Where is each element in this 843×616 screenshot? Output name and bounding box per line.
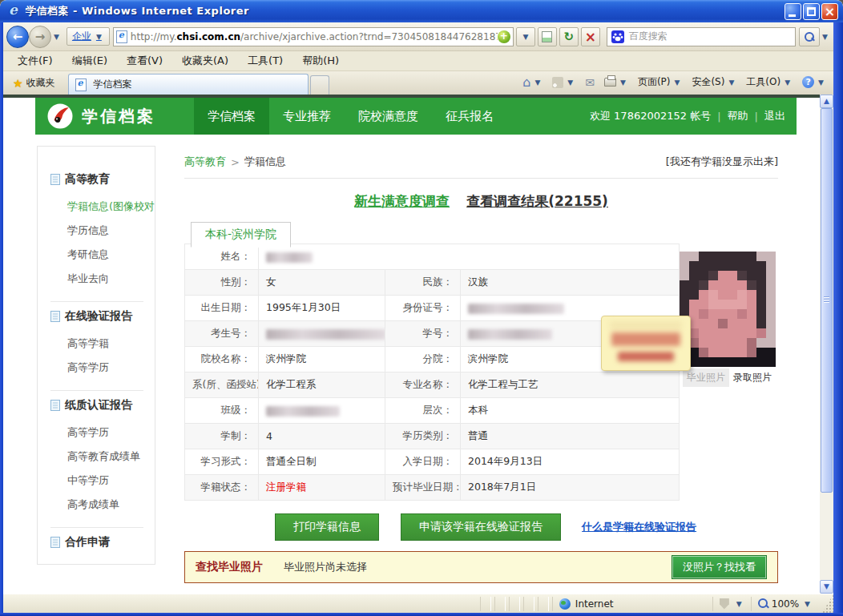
vertical-scrollbar[interactable] xyxy=(820,95,833,594)
field-label: 考生号： xyxy=(185,321,259,347)
menu-item-4[interactable]: 工具(T) xyxy=(238,51,292,70)
refresh-button[interactable] xyxy=(559,27,579,46)
record-row: 学制：4学历类别：普通 xyxy=(185,424,680,449)
rss-button[interactable] xyxy=(548,74,579,91)
field-label: 分院： xyxy=(385,347,461,372)
maximize-button[interactable] xyxy=(803,3,820,20)
zone-text: Internet xyxy=(575,598,614,610)
photo-preview-tooltip xyxy=(601,316,691,371)
field-label: 学历类别： xyxy=(385,424,461,449)
new-tab-button[interactable] xyxy=(310,75,329,95)
menu-item-1[interactable]: 编辑(E) xyxy=(63,51,117,70)
url-text: http://my.chsi.com.cn/archive/xjarchive.… xyxy=(131,31,498,42)
add-favorite-icon[interactable] xyxy=(498,30,510,43)
tools-menu-button[interactable]: 工具(O) xyxy=(742,73,797,91)
breadcrumb-parent[interactable]: 高等教育 xyxy=(184,155,226,169)
read-mail-button[interactable] xyxy=(581,74,599,91)
document-icon xyxy=(50,174,60,185)
safety-menu-button[interactable]: 安全(S) xyxy=(688,73,740,91)
close-button[interactable] xyxy=(821,3,838,20)
sidebar-item-0-0[interactable]: 学籍信息(图像校对) xyxy=(50,195,151,219)
search-go-button[interactable] xyxy=(799,27,820,46)
minimize-button[interactable] xyxy=(785,3,801,20)
tab-favicon-icon xyxy=(75,79,87,91)
sidebar-item-2-1[interactable]: 高等教育成绩单 xyxy=(50,445,151,469)
site-nav-item-2[interactable]: 院校满意度 xyxy=(345,98,432,135)
welcome-text: 欢迎 17862002152 帐号 xyxy=(590,109,711,123)
sidebar-item-3-0[interactable]: 美国大学网applyweb xyxy=(50,558,151,565)
photo-tab-admission[interactable]: 录取照片 xyxy=(729,368,776,387)
star-icon xyxy=(13,77,23,90)
scrollbar-thumb[interactable] xyxy=(821,108,833,493)
sidebar-item-2-3[interactable]: 高考成绩单 xyxy=(50,493,151,517)
site-logo[interactable]: 学信档案 xyxy=(35,103,155,130)
history-dropdown-icon[interactable] xyxy=(51,33,62,41)
url-field[interactable]: http://my.chsi.com.cn/archive/xjarchive.… xyxy=(113,27,514,46)
actions-row: 打印学籍信息 申请该学籍在线验证报告 什么是学籍在线验证报告 xyxy=(184,513,778,541)
sidebar-divider xyxy=(50,527,143,528)
protected-mode-panel[interactable] xyxy=(712,597,751,611)
apply-verification-button[interactable]: 申请该学籍在线验证报告 xyxy=(401,513,561,541)
redacted-tooltip-content xyxy=(610,321,682,329)
search-options-icon[interactable] xyxy=(820,33,830,41)
sidebar-item-0-2[interactable]: 考研信息 xyxy=(50,243,151,267)
menu-item-0[interactable]: 文件(F) xyxy=(8,51,63,70)
sidebar-item-2-2[interactable]: 中等学历 xyxy=(50,469,151,493)
field-value: 汉族 xyxy=(461,270,680,296)
url-dropdown-button[interactable] xyxy=(516,27,535,46)
menu-bar: 文件(F)编辑(E)查看(V)收藏夹(A)工具(T)帮助(H) xyxy=(3,51,833,71)
what-is-verification-link[interactable]: 什么是学籍在线验证报告 xyxy=(582,521,696,533)
sidebar-item-0-1[interactable]: 学历信息 xyxy=(50,219,151,243)
sidebar-item-2-0[interactable]: 高等学历 xyxy=(50,421,151,445)
site-nav-item-3[interactable]: 征兵报名 xyxy=(432,98,507,135)
sidebar-item-1-1[interactable]: 高等学历 xyxy=(50,356,151,380)
site-nav: 学信档案专业推荐院校满意度征兵报名 xyxy=(194,98,507,135)
sidebar: 高等教育学籍信息(图像校对)学历信息考研信息毕业去向在线验证报告高等学籍高等学历… xyxy=(37,146,155,565)
sidebar-item-1-0[interactable]: 高等学籍 xyxy=(50,332,151,356)
site-nav-item-1[interactable]: 专业推荐 xyxy=(269,98,345,135)
field-value xyxy=(259,398,385,424)
menu-item-2[interactable]: 查看(V) xyxy=(117,51,172,70)
help-link[interactable]: 帮助 xyxy=(728,109,748,123)
missing-record-link[interactable]: [我还有学籍没显示出来] xyxy=(666,155,778,169)
page-body: 高等教育学籍信息(图像校对)学历信息考研信息毕业去向在线验证报告高等学籍高等学历… xyxy=(35,135,797,594)
sidebar-item-0-3[interactable]: 毕业去向 xyxy=(50,267,151,291)
stop-button[interactable] xyxy=(581,27,600,46)
zoom-control[interactable]: 100% xyxy=(751,597,819,611)
help-button[interactable] xyxy=(798,74,830,91)
record-table: 姓名：性别：女民族：汉族出生日期：1995年1月30日身份证号：考生号：学号：院… xyxy=(184,244,680,501)
back-button[interactable] xyxy=(6,26,29,48)
compatibility-icon xyxy=(542,31,552,42)
security-zone-panel: Internet xyxy=(552,597,712,611)
search-placeholder: 百度搜索 xyxy=(629,30,668,43)
chevron-down-icon xyxy=(816,79,826,87)
page-viewport: 学信档案 学信档案专业推荐院校满意度征兵报名 欢迎 17862002152 帐号… xyxy=(3,95,833,594)
photo-panel: 毕业照片 录取照片 xyxy=(680,252,776,387)
site-nav-item-0[interactable]: 学信档案 xyxy=(194,98,269,135)
scroll-up-button[interactable] xyxy=(820,95,833,108)
zone-button[interactable]: 企业 xyxy=(67,27,110,46)
window-border xyxy=(833,22,843,616)
logout-link[interactable]: 退出 xyxy=(764,109,785,123)
survey-results-link[interactable]: 查看调查结果(22155) xyxy=(466,193,608,209)
page-menu-button[interactable]: 页面(P) xyxy=(634,73,687,91)
photo-tab-graduation[interactable]: 毕业照片 xyxy=(683,368,729,387)
search-input[interactable]: 百度搜索 xyxy=(607,27,796,46)
brand-name: 学信档案 xyxy=(82,106,155,127)
menu-item-5[interactable]: 帮助(H) xyxy=(292,51,349,70)
resize-grip[interactable] xyxy=(822,594,833,613)
find-photo-button[interactable]: 没照片？找找看 xyxy=(672,555,767,579)
survey-link[interactable]: 新生满意度调查 xyxy=(354,193,450,209)
scroll-down-button[interactable] xyxy=(820,580,833,594)
field-label: 学号： xyxy=(385,321,461,347)
favorites-button[interactable]: 收藏夹 xyxy=(6,72,62,95)
menu-item-3[interactable]: 收藏夹(A) xyxy=(172,51,238,70)
compatibility-view-button[interactable] xyxy=(538,27,557,46)
home-button[interactable] xyxy=(518,72,547,92)
print-record-button[interactable]: 打印学籍信息 xyxy=(275,513,379,541)
browser-tab[interactable]: 学信档案 xyxy=(68,74,309,95)
record-tab[interactable]: 本科-滨州学院 xyxy=(191,222,291,248)
print-button[interactable] xyxy=(600,75,632,89)
field-value: 本科 xyxy=(461,398,680,424)
forward-button[interactable] xyxy=(29,26,51,48)
